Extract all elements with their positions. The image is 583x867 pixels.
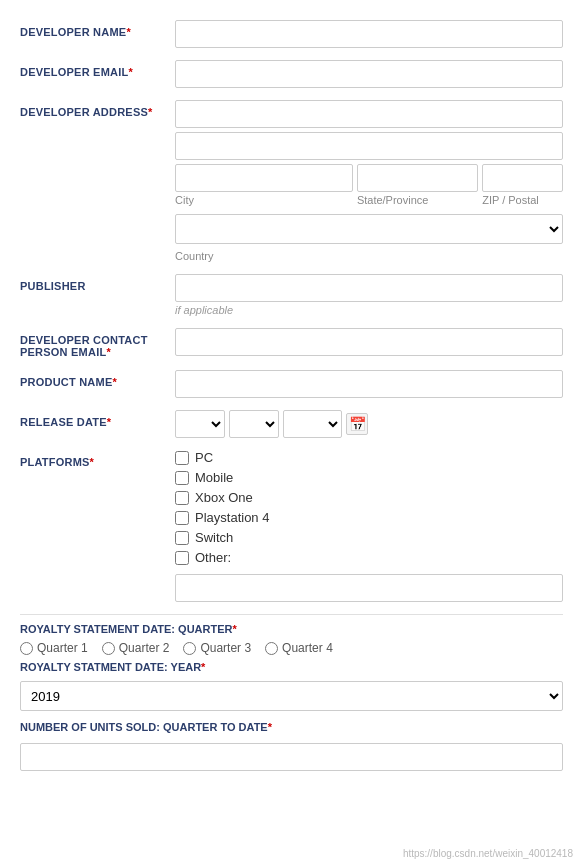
quarter-3-radio[interactable]	[183, 642, 196, 655]
state-input[interactable]	[357, 164, 478, 192]
developer-name-row: DEVELOPER NAME*	[20, 20, 563, 48]
quarter-3-option[interactable]: Quarter 3	[183, 641, 251, 655]
publisher-label: PUBLISHER	[20, 274, 175, 292]
quarter-4-label: Quarter 4	[282, 641, 333, 655]
developer-name-label: DEVELOPER NAME*	[20, 20, 175, 38]
royalty-year-title: ROYALTY STATMENT DATE: YEAR*	[20, 661, 563, 673]
release-date-year-select[interactable]: 2018201920202021	[283, 410, 342, 438]
developer-address-row: DEVELOPER ADDRESS* City State/Province Z…	[20, 100, 563, 262]
product-name-row: PRODUCT NAME*	[20, 370, 563, 398]
units-sold-title: NUMBER OF UNITS SOLD: QUARTER TO DATE*	[20, 721, 563, 733]
developer-contact-label: DEVELOPER CONTACT PERSON EMAIL*	[20, 328, 175, 358]
publisher-row: PUBLISHER if applicable	[20, 274, 563, 316]
city-input[interactable]	[175, 164, 353, 192]
quarter-2-label: Quarter 2	[119, 641, 170, 655]
release-date-label: RELEASE DATE*	[20, 410, 175, 428]
platform-mobile-label: Mobile	[195, 470, 233, 485]
developer-email-label: DEVELOPER EMAIL*	[20, 60, 175, 78]
product-name-label: PRODUCT NAME*	[20, 370, 175, 388]
developer-address-label: DEVELOPER ADDRESS*	[20, 100, 175, 118]
royalty-quarter-title: ROYALTY STATEMENT DATE: QUARTER*	[20, 623, 563, 635]
release-date-selects: 1234 5678 9101112 1234 51015202531 20182…	[175, 410, 563, 438]
royalty-year-select[interactable]: 2019 2018 2020 2021	[20, 681, 563, 711]
platform-xbox-label: Xbox One	[195, 490, 253, 505]
release-date-row: RELEASE DATE* 1234 5678 9101112 1234 510…	[20, 410, 563, 438]
platform-pc-label: PC	[195, 450, 213, 465]
platform-xbox-checkbox[interactable]	[175, 491, 189, 505]
developer-contact-input[interactable]	[175, 328, 563, 356]
quarter-3-label: Quarter 3	[200, 641, 251, 655]
developer-name-input[interactable]	[175, 20, 563, 48]
royalty-quarter-section: ROYALTY STATEMENT DATE: QUARTER* Quarter…	[20, 623, 563, 655]
publisher-input-col: if applicable	[175, 274, 563, 316]
quarter-1-radio[interactable]	[20, 642, 33, 655]
platform-mobile: Mobile	[175, 470, 563, 485]
platforms-list: PC Mobile Xbox One Playstation 4 Switch …	[175, 450, 563, 602]
platform-ps4: Playstation 4	[175, 510, 563, 525]
platform-other-checkbox[interactable]	[175, 551, 189, 565]
quarter-2-radio[interactable]	[102, 642, 115, 655]
zip-field: ZIP / Postal	[482, 164, 563, 206]
quarter-2-option[interactable]: Quarter 2	[102, 641, 170, 655]
city-field: City	[175, 164, 353, 206]
platform-switch-checkbox[interactable]	[175, 531, 189, 545]
city-label: City	[175, 194, 353, 206]
developer-contact-row: DEVELOPER CONTACT PERSON EMAIL*	[20, 328, 563, 358]
address-line2-input[interactable]	[175, 132, 563, 160]
divider-1	[20, 614, 563, 615]
state-field: State/Province	[357, 164, 478, 206]
platforms-input-col: PC Mobile Xbox One Playstation 4 Switch …	[175, 450, 563, 602]
state-label: State/Province	[357, 194, 478, 206]
address-block: City State/Province ZIP / Postal Country	[175, 100, 563, 262]
platform-mobile-checkbox[interactable]	[175, 471, 189, 485]
country-select[interactable]	[175, 214, 563, 244]
royalty-year-section: ROYALTY STATMENT DATE: YEAR* 2019 2018 2…	[20, 661, 563, 711]
platform-ps4-label: Playstation 4	[195, 510, 269, 525]
product-name-input[interactable]	[175, 370, 563, 398]
release-date-input-col: 1234 5678 9101112 1234 51015202531 20182…	[175, 410, 563, 438]
quarter-4-option[interactable]: Quarter 4	[265, 641, 333, 655]
zip-label: ZIP / Postal	[482, 194, 563, 206]
royalty-quarter-options: Quarter 1 Quarter 2 Quarter 3 Quarter 4	[20, 641, 563, 655]
calendar-icon[interactable]: 📅	[346, 413, 368, 435]
developer-contact-input-col	[175, 328, 563, 356]
platform-other-input[interactable]	[175, 574, 563, 602]
quarter-1-label: Quarter 1	[37, 641, 88, 655]
quarter-4-radio[interactable]	[265, 642, 278, 655]
units-sold-section: NUMBER OF UNITS SOLD: QUARTER TO DATE*	[20, 721, 563, 771]
platform-xbox: Xbox One	[175, 490, 563, 505]
publisher-hint: if applicable	[175, 304, 563, 316]
quarter-1-option[interactable]: Quarter 1	[20, 641, 88, 655]
units-sold-input[interactable]	[20, 743, 563, 771]
platform-ps4-checkbox[interactable]	[175, 511, 189, 525]
developer-email-input[interactable]	[175, 60, 563, 88]
country-label: Country	[175, 250, 563, 262]
product-name-input-col	[175, 370, 563, 398]
developer-email-row: DEVELOPER EMAIL*	[20, 60, 563, 88]
zip-input[interactable]	[482, 164, 563, 192]
publisher-input[interactable]	[175, 274, 563, 302]
platforms-row: PLATFORMS* PC Mobile Xbox One Playstatio…	[20, 450, 563, 602]
release-date-month-select[interactable]: 1234 5678 9101112	[175, 410, 225, 438]
address-line1-input[interactable]	[175, 100, 563, 128]
platform-pc: PC	[175, 450, 563, 465]
developer-address-input-col: City State/Province ZIP / Postal Country	[175, 100, 563, 262]
developer-email-input-col	[175, 60, 563, 88]
platform-switch-label: Switch	[195, 530, 233, 545]
country-row	[175, 214, 563, 244]
platform-other-label: Other:	[195, 550, 231, 565]
city-state-zip-row: City State/Province ZIP / Postal	[175, 164, 563, 206]
release-date-day-select[interactable]: 1234 51015202531	[229, 410, 279, 438]
platform-pc-checkbox[interactable]	[175, 451, 189, 465]
platform-switch: Switch	[175, 530, 563, 545]
platforms-label: PLATFORMS*	[20, 450, 175, 468]
developer-name-input-col	[175, 20, 563, 48]
platform-other: Other:	[175, 550, 563, 565]
